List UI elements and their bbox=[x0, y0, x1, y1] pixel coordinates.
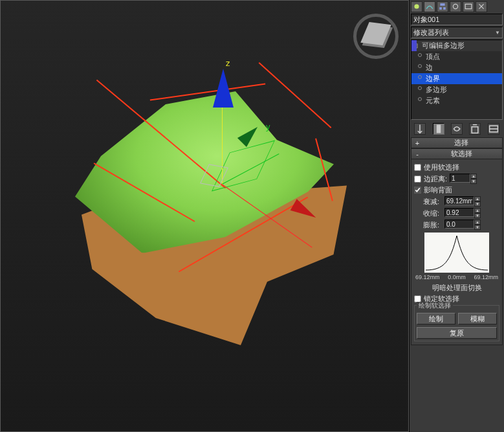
falloff-row: 衰减: ▲▼ bbox=[423, 196, 499, 207]
spinner-down-icon[interactable]: ▼ bbox=[474, 213, 481, 218]
pinch-input[interactable] bbox=[444, 208, 474, 217]
spinner-down-icon[interactable]: ▼ bbox=[470, 179, 477, 184]
stack-root-indicator bbox=[411, 40, 417, 51]
shaded-face-toggle-label[interactable]: 明暗处理面切换 bbox=[414, 283, 499, 293]
command-panel-tabs bbox=[410, 0, 504, 13]
bubble-row: 膨胀: ▲▼ bbox=[423, 220, 499, 230]
stack-item-label: 边 bbox=[426, 63, 433, 71]
svg-rect-2 bbox=[439, 7, 442, 10]
pinch-label: 收缩: bbox=[423, 209, 443, 218]
use-soft-selection-checkbox[interactable] bbox=[414, 164, 421, 171]
falloff-range-left: 69.12mm bbox=[415, 274, 440, 280]
svg-point-4 bbox=[453, 4, 457, 8]
falloff-range-right: 69.12mm bbox=[474, 274, 498, 280]
stack-subobject-edge[interactable]: 边 bbox=[411, 62, 502, 73]
edge-distance-input[interactable] bbox=[450, 174, 470, 183]
falloff-spinner[interactable]: ▲▼ bbox=[444, 196, 481, 207]
rollout-expand-icon: + bbox=[414, 139, 421, 147]
affect-backfacing-checkbox[interactable] bbox=[414, 187, 421, 194]
view-cube[interactable] bbox=[353, 14, 399, 59]
perspective-viewport[interactable]: z y bbox=[0, 0, 409, 432]
use-soft-selection-checkbox-row[interactable]: 使用软选择 bbox=[414, 163, 499, 172]
stack-root-item[interactable]: 可编辑多边形 bbox=[411, 40, 502, 51]
svg-rect-7 bbox=[472, 127, 479, 133]
hierarchy-panel-tab[interactable] bbox=[437, 1, 448, 12]
svg-rect-5 bbox=[465, 4, 472, 8]
paint-soft-selection-group: 绘制软选择 绘制 模糊 复原 bbox=[414, 305, 499, 341]
stack-subobject-border[interactable]: 边界 bbox=[411, 73, 502, 84]
bubble-input[interactable] bbox=[444, 220, 474, 229]
gizmo-axis-z-label: z bbox=[226, 58, 230, 68]
falloff-range-mid: 0.0mm bbox=[448, 274, 466, 280]
make-unique-button[interactable] bbox=[451, 123, 463, 135]
spinner-down-icon[interactable]: ▼ bbox=[474, 225, 481, 230]
configure-sets-button[interactable] bbox=[488, 123, 499, 135]
paint-group-title: 绘制软选择 bbox=[417, 302, 453, 309]
rollout-collapse-icon: - bbox=[414, 150, 421, 158]
selected-border-edge bbox=[259, 62, 332, 128]
spinner-up-icon[interactable]: ▲ bbox=[474, 196, 481, 201]
blur-button[interactable]: 模糊 bbox=[458, 313, 497, 324]
affect-backfacing-row[interactable]: 影响背面 bbox=[414, 185, 499, 195]
use-soft-selection-label: 使用软选择 bbox=[424, 163, 459, 172]
stack-item-label: 元素 bbox=[426, 97, 440, 104]
modify-panel-tab[interactable] bbox=[424, 1, 435, 12]
command-panel: 对象001 修改器列表 ▼ 可编辑多边形 顶点 边 边界 多边形 元素 + 选择… bbox=[409, 0, 504, 432]
svg-rect-1 bbox=[440, 3, 444, 6]
svg-rect-3 bbox=[443, 7, 446, 10]
stack-item-label: 顶点 bbox=[426, 52, 440, 60]
svg-rect-6 bbox=[436, 125, 440, 133]
object-name-field[interactable]: 对象001 bbox=[411, 14, 503, 25]
stack-subobject-polygon[interactable]: 多边形 bbox=[411, 84, 502, 95]
spinner-down-icon[interactable]: ▼ bbox=[474, 201, 481, 207]
modifier-stack[interactable]: 可编辑多边形 顶点 边 边界 多边形 元素 bbox=[411, 40, 503, 120]
revert-button[interactable]: 复原 bbox=[417, 327, 497, 339]
affect-backfacing-label: 影响背面 bbox=[424, 185, 452, 195]
selection-rollout-header[interactable]: + 选择 bbox=[411, 137, 503, 148]
remove-modifier-button[interactable] bbox=[469, 123, 481, 135]
falloff-input[interactable] bbox=[444, 196, 474, 205]
create-panel-tab[interactable] bbox=[411, 1, 422, 12]
stack-toolbar bbox=[411, 122, 503, 136]
stack-subobject-element[interactable]: 元素 bbox=[411, 95, 502, 106]
spinner-up-icon[interactable]: ▲ bbox=[474, 208, 481, 213]
dropdown-arrow-icon: ▼ bbox=[495, 30, 500, 36]
display-panel-tab[interactable] bbox=[463, 1, 474, 12]
modifier-list-label: 修改器列表 bbox=[413, 28, 449, 38]
spinner-up-icon[interactable]: ▲ bbox=[470, 174, 477, 179]
edge-distance-checkbox[interactable] bbox=[414, 176, 421, 183]
stack-item-label: 边界 bbox=[426, 74, 440, 82]
pinch-spinner[interactable]: ▲▼ bbox=[444, 208, 481, 218]
stack-root-label: 可编辑多边形 bbox=[422, 41, 465, 49]
bubble-spinner[interactable]: ▲▼ bbox=[444, 220, 481, 230]
falloff-label: 衰减: bbox=[423, 197, 443, 207]
pin-stack-button[interactable] bbox=[414, 123, 426, 135]
utilities-panel-tab[interactable] bbox=[476, 1, 487, 12]
bubble-label: 膨胀: bbox=[423, 220, 443, 230]
pinch-row: 收缩: ▲▼ bbox=[423, 208, 499, 218]
edge-distance-label: 边距离: bbox=[424, 174, 447, 184]
svg-point-0 bbox=[414, 4, 419, 8]
edge-distance-spinner[interactable]: ▲▼ bbox=[450, 174, 477, 184]
soft-selection-rollout-header[interactable]: - 软选择 bbox=[411, 148, 503, 159]
soft-selection-rollout-title: 软选择 bbox=[423, 149, 499, 159]
falloff-graph bbox=[424, 233, 489, 273]
edge-distance-row[interactable]: 边距离: ▲▼ bbox=[414, 174, 499, 184]
stack-item-label: 多边形 bbox=[426, 85, 447, 93]
soft-selection-rollout-body: 使用软选择 边距离: ▲▼ 影响背面 衰减: ▲▼ 收缩: ▲▼ bbox=[411, 159, 503, 345]
show-end-result-button[interactable] bbox=[433, 123, 444, 135]
spinner-up-icon[interactable]: ▲ bbox=[474, 220, 481, 225]
paint-button[interactable]: 绘制 bbox=[417, 313, 455, 324]
selection-rollout-title: 选择 bbox=[423, 138, 499, 148]
falloff-graph-labels: 69.12mm 0.0mm 69.12mm bbox=[414, 274, 499, 282]
motion-panel-tab[interactable] bbox=[450, 1, 461, 12]
modifier-list-dropdown[interactable]: 修改器列表 ▼ bbox=[411, 27, 503, 38]
stack-subobject-vertex[interactable]: 顶点 bbox=[411, 51, 502, 62]
